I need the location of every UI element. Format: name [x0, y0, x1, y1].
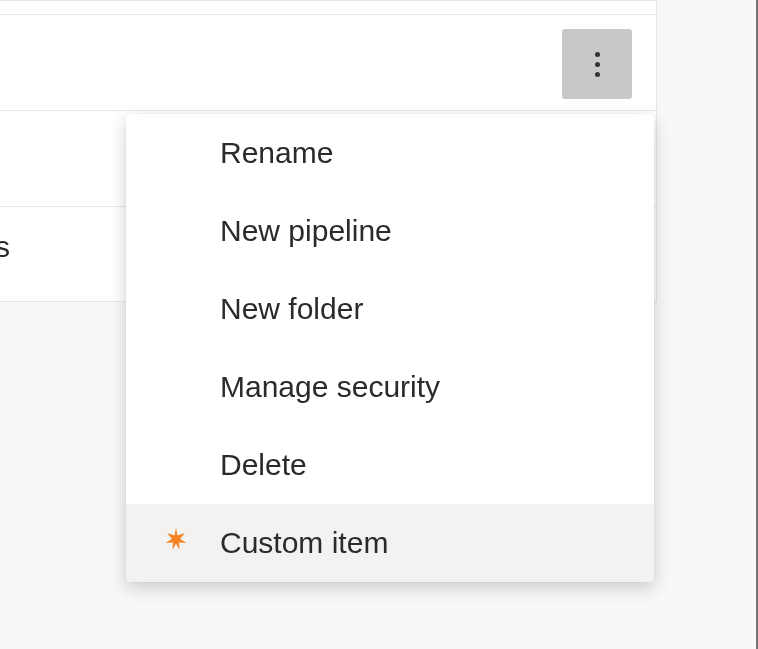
menu-item-label: Rename	[220, 136, 333, 170]
menu-item-manage-security[interactable]: Manage security	[126, 348, 654, 426]
panel-row	[0, 1, 656, 15]
more-options-button[interactable]	[562, 29, 632, 99]
menu-item-label: New folder	[220, 292, 363, 326]
context-menu: Rename New pipeline New folder Manage se…	[126, 114, 654, 582]
panel-row	[0, 15, 656, 111]
menu-item-delete[interactable]: Delete	[126, 426, 654, 504]
menu-item-label: New pipeline	[220, 214, 392, 248]
menu-item-new-pipeline[interactable]: New pipeline	[126, 192, 654, 270]
menu-item-label: Custom item	[220, 526, 388, 560]
vertical-dots-icon	[595, 52, 600, 77]
menu-item-custom[interactable]: Custom item	[126, 504, 654, 582]
menu-item-rename[interactable]: Rename	[126, 114, 654, 192]
menu-item-label: Delete	[220, 448, 307, 482]
menu-item-new-folder[interactable]: New folder	[126, 270, 654, 348]
asterisk-icon	[162, 526, 190, 561]
truncated-text-fragment: s	[0, 230, 10, 264]
menu-item-label: Manage security	[220, 370, 440, 404]
